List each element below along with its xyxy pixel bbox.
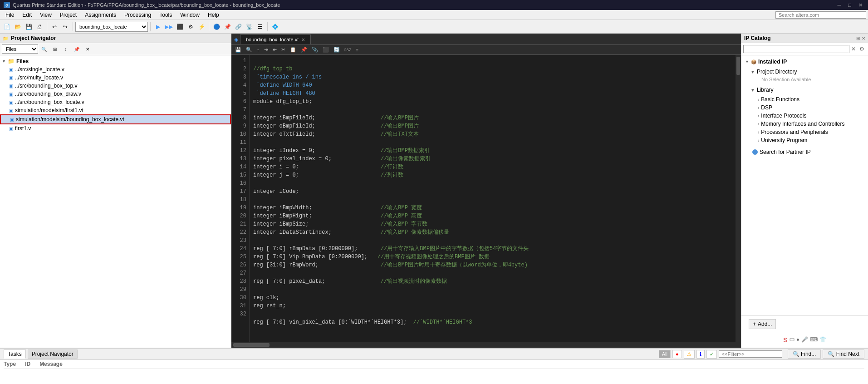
university-program-item[interactable]: › University Program	[741, 136, 868, 144]
list-item[interactable]: ▣ first1.v	[0, 124, 231, 133]
ed-replace[interactable]: 🔄	[332, 46, 342, 54]
tb-analyze[interactable]: ⚙	[186, 22, 196, 32]
tb-pin[interactable]: 📌	[222, 22, 232, 32]
ip-search-input[interactable]	[743, 45, 849, 53]
editor-vscroll[interactable]	[736, 55, 741, 342]
maximize-btn[interactable]: □	[846, 2, 853, 8]
ed-find[interactable]: ⬛	[321, 46, 331, 54]
find-button[interactable]: 🔍 Find...	[788, 350, 821, 359]
nav-filter-btn[interactable]: ⊞	[50, 44, 60, 54]
tb-new[interactable]: 📄	[2, 22, 12, 32]
list-item-selected[interactable]: ▣ simulation/modelsim/bounding_box_locat…	[0, 114, 231, 124]
verilog-icon: ▣	[9, 126, 13, 131]
filter-info[interactable]: ℹ	[696, 350, 705, 359]
ip-search-options-icon[interactable]: ⚙	[858, 46, 866, 52]
tb-redo[interactable]: ↪	[60, 22, 70, 32]
editor-hscroll[interactable]	[231, 342, 741, 348]
ed-attach[interactable]: 📎	[310, 46, 320, 54]
basic-functions-item[interactable]: › Basic Functions	[741, 95, 868, 103]
nav-close-btn[interactable]: ✕	[83, 44, 93, 54]
find-next-icon: 🔍	[828, 351, 834, 357]
interface-protocols-item[interactable]: › Interface Protocols	[741, 112, 868, 120]
filter-error[interactable]: ●	[672, 350, 682, 358]
menu-processing[interactable]: Processing	[121, 11, 155, 19]
tab-tasks[interactable]: Tasks	[4, 350, 26, 359]
minimize-btn[interactable]: ─	[836, 2, 843, 8]
tb-extra[interactable]: ☰	[255, 22, 265, 32]
menu-window[interactable]: Window	[177, 11, 203, 19]
list-item[interactable]: ▣ ../src/bounding_box_locate.v	[0, 98, 231, 106]
ip-search-clear-icon[interactable]: ✕	[849, 46, 858, 52]
tb-stop[interactable]: ⬛	[175, 22, 185, 32]
add-icon: +	[753, 321, 756, 327]
tb-prog[interactable]: 📡	[244, 22, 254, 32]
processors-item[interactable]: › Processors and Peripherals	[741, 128, 868, 136]
menu-tools[interactable]: Tools	[156, 11, 176, 19]
ip-catalog-close-btn[interactable]: ✕	[862, 36, 865, 41]
memory-interfaces-item[interactable]: › Memory Interfaces and Controllers	[741, 120, 868, 128]
basic-functions-chevron: ›	[752, 97, 759, 102]
ed-up[interactable]: ↑	[255, 46, 261, 54]
project-directory-item[interactable]: ▼ Project Directory No Selection Availab…	[741, 66, 868, 84]
search-altera-input[interactable]	[775, 11, 866, 19]
nav-pin-btn[interactable]: 📌	[72, 44, 82, 54]
ed-search[interactable]: 🔍	[244, 46, 254, 54]
tb-undo[interactable]: ↩	[49, 22, 59, 32]
tb-print[interactable]: 🖨	[34, 22, 44, 32]
nav-search-btn[interactable]: 🔍	[39, 44, 49, 54]
filter-input[interactable]	[719, 350, 782, 358]
bottom-content: Type ID Message	[0, 360, 868, 384]
menu-edit[interactable]: Edit	[19, 11, 35, 19]
search-partner-item[interactable]: Search for Partner IP	[741, 148, 868, 156]
ed-cut[interactable]: ✂	[280, 46, 287, 54]
menu-project[interactable]: Project	[56, 11, 80, 19]
code-editor[interactable]: //dfg_top_tb `timescale 1ns / 1ns `defin…	[250, 55, 736, 342]
ed-indent[interactable]: ⇥	[262, 46, 270, 54]
ed-unindent[interactable]: ⇤	[271, 46, 279, 54]
nav-expand-btn[interactable]: ↕	[61, 44, 71, 54]
tb-rtl[interactable]: 🔗	[233, 22, 243, 32]
filter-warning[interactable]: ⚠	[684, 350, 695, 359]
tb-chip[interactable]: 🔵	[211, 22, 221, 32]
ed-linenum[interactable]: 267	[343, 47, 353, 53]
menu-file[interactable]: File	[2, 11, 18, 19]
ip-catalog-float-btn[interactable]: ⊞	[856, 36, 860, 41]
tb-compile[interactable]: ▶	[153, 22, 163, 32]
files-folder[interactable]: ▼ 📁 Files	[0, 57, 231, 65]
folder-icon: 📁	[8, 58, 15, 64]
list-item[interactable]: ▣ ../src/single_locate.v	[0, 65, 231, 74]
menu-help[interactable]: Help	[204, 11, 223, 19]
filter-suppress[interactable]: ✓	[706, 350, 717, 359]
project-dropdown[interactable]: bounding_box_locate	[75, 22, 148, 32]
main-toolbar: 📄 📂 💾 🖨 ↩ ↪ bounding_box_locate ▶ ▶▶ ⬛ ⚙…	[0, 20, 868, 34]
close-btn[interactable]: ✕	[857, 2, 864, 8]
tab-project-navigator[interactable]: Project Navigator	[28, 350, 78, 359]
tb-open[interactable]: 📂	[13, 22, 23, 32]
tb-btn5[interactable]: ⚡	[196, 22, 206, 32]
find-next-button[interactable]: 🔍 Find Next	[823, 350, 864, 359]
ed-wrap[interactable]: ≡	[354, 46, 360, 54]
add-ip-button[interactable]: + Add...	[749, 319, 776, 329]
library-item[interactable]: ▼ Library	[741, 84, 868, 95]
installed-ip-item[interactable]: ▼ 📦 Installed IP	[741, 57, 868, 66]
tb-start[interactable]: ▶▶	[164, 22, 174, 32]
list-item[interactable]: ▣ ../src/bounding_box_top.v	[0, 82, 231, 90]
ed-save[interactable]: 💾	[233, 46, 243, 54]
filter-all[interactable]: All	[659, 350, 671, 358]
toolbar-sep4	[209, 22, 209, 31]
files-dropdown[interactable]: Files	[2, 44, 38, 54]
project-navigator-header: 📁 Project Navigator	[0, 34, 231, 43]
dsp-item[interactable]: › DSP	[741, 103, 868, 112]
menu-view[interactable]: View	[36, 11, 55, 19]
ed-paste[interactable]: 📌	[299, 46, 309, 54]
tb-blue[interactable]: 💠	[270, 22, 280, 32]
list-item[interactable]: ▣ ../src/bounding_box_draw.v	[0, 90, 231, 98]
list-item[interactable]: ▣ simulation/modelsim/first1.vt	[0, 106, 231, 114]
tab-close-btn[interactable]: ✕	[301, 37, 305, 42]
ed-copy[interactable]: 📋	[288, 46, 298, 54]
list-item[interactable]: ▣ ../src/multy_locate.v	[0, 74, 231, 82]
menu-assignments[interactable]: Assignments	[81, 11, 120, 19]
dsp-chevron: ›	[752, 105, 759, 110]
tb-save[interactable]: 💾	[24, 22, 34, 32]
editor-tab-active[interactable]: bounding_box_locate.vt ✕	[240, 34, 311, 44]
